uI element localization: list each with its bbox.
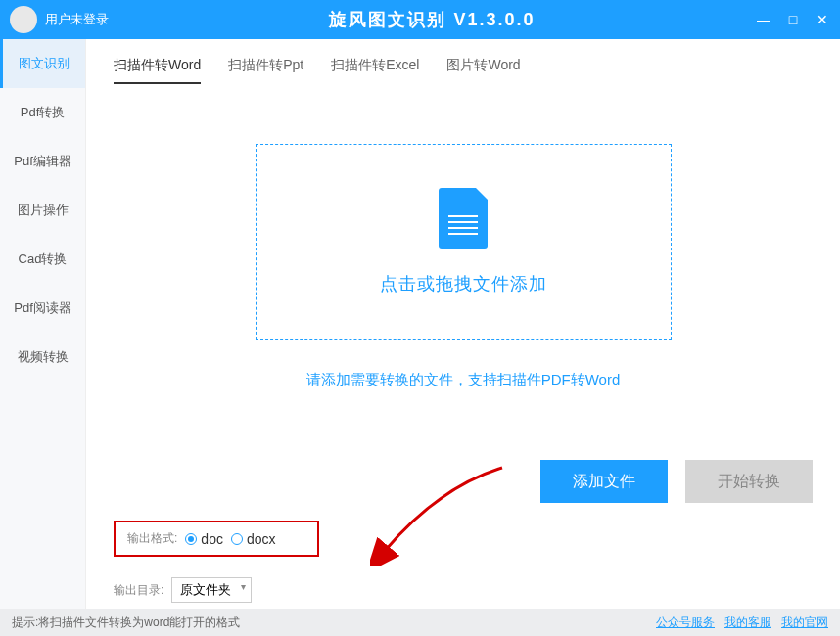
sidebar-item-ocr[interactable]: 图文识别 <box>0 39 85 88</box>
action-buttons: 添加文件 开始转换 <box>540 460 813 503</box>
link-support[interactable]: 我的客服 <box>724 614 771 631</box>
user-avatar[interactable] <box>10 6 37 33</box>
radio-doc[interactable]: doc <box>185 531 223 547</box>
sidebar-item-pdf-convert[interactable]: Pdf转换 <box>0 88 85 137</box>
document-icon <box>439 188 488 249</box>
output-format-label: 输出格式: <box>127 530 177 547</box>
tab-bar: 扫描件转Word 扫描件转Ppt 扫描件转Excel 图片转Word <box>114 57 813 85</box>
sidebar: 图文识别 Pdf转换 Pdf编辑器 图片操作 Cad转换 Pdf阅读器 视频转换 <box>0 39 86 609</box>
main-panel: 扫描件转Word 扫描件转Ppt 扫描件转Excel 图片转Word 点击或拖拽… <box>86 39 840 609</box>
sidebar-item-pdf-editor[interactable]: Pdf编辑器 <box>0 137 85 186</box>
close-button[interactable]: ✕ <box>815 12 830 27</box>
link-website[interactable]: 我的官网 <box>781 614 828 631</box>
output-dir-select[interactable]: 原文件夹 <box>171 577 252 603</box>
maximize-button[interactable]: □ <box>785 12 801 27</box>
tab-scan-to-ppt[interactable]: 扫描件转Ppt <box>228 57 303 84</box>
status-links: 公众号服务 我的客服 我的官网 <box>656 614 828 631</box>
hint-text: 请添加需要转换的文件，支持扫描件PDF转Word <box>114 371 813 389</box>
link-wechat[interactable]: 公众号服务 <box>656 614 715 631</box>
sidebar-item-video-convert[interactable]: 视频转换 <box>0 333 85 382</box>
status-bar: 提示:将扫描件文件转换为word能打开的格式 公众号服务 我的客服 我的官网 <box>0 609 840 636</box>
add-file-button[interactable]: 添加文件 <box>540 460 668 503</box>
minimize-button[interactable]: — <box>756 12 771 27</box>
user-status[interactable]: 用户未登录 <box>45 11 109 28</box>
output-dir-label: 输出目录: <box>114 582 163 599</box>
radio-docx-indicator <box>231 533 243 545</box>
window-controls: — □ ✕ <box>756 12 830 27</box>
drop-zone-text: 点击或拖拽文件添加 <box>380 272 547 295</box>
tab-image-to-word[interactable]: 图片转Word <box>446 57 520 84</box>
tab-scan-to-excel[interactable]: 扫描件转Excel <box>331 57 419 84</box>
tab-scan-to-word[interactable]: 扫描件转Word <box>114 57 201 84</box>
radio-doc-indicator <box>185 533 197 545</box>
sidebar-item-cad-convert[interactable]: Cad转换 <box>0 235 85 284</box>
radio-docx[interactable]: docx <box>231 531 276 547</box>
output-dir-row: 输出目录: 原文件夹 <box>114 577 252 603</box>
start-convert-button[interactable]: 开始转换 <box>685 460 813 503</box>
app-title: 旋风图文识别 V1.3.0.0 <box>109 8 756 31</box>
file-drop-zone[interactable]: 点击或拖拽文件添加 <box>256 144 672 340</box>
titlebar: 用户未登录 旋风图文识别 V1.3.0.0 — □ ✕ <box>0 0 840 39</box>
annotation-arrow <box>370 458 517 566</box>
output-format-group: 输出格式: doc docx <box>114 521 319 557</box>
sidebar-item-pdf-reader[interactable]: Pdf阅读器 <box>0 284 85 333</box>
sidebar-item-image-ops[interactable]: 图片操作 <box>0 186 85 235</box>
status-tip: 提示:将扫描件文件转换为word能打开的格式 <box>12 614 240 631</box>
